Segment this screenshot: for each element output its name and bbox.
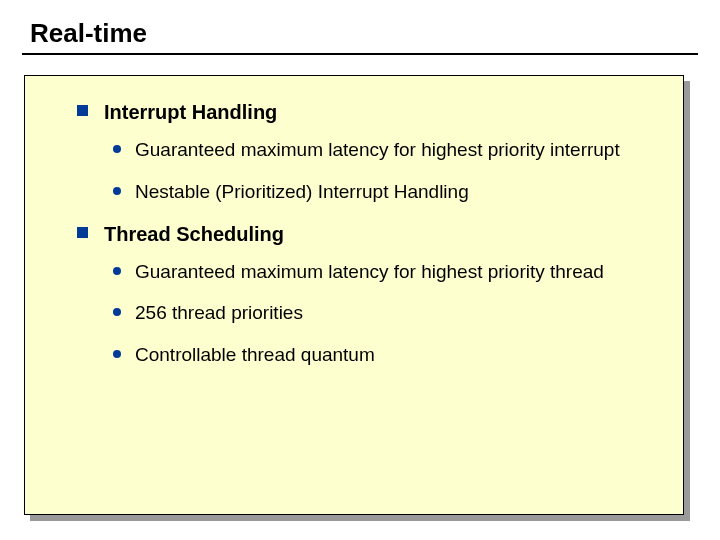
item-text: Nestable (Prioritized) Interrupt Handlin… (135, 180, 469, 204)
item-text: 256 thread priorities (135, 301, 303, 325)
section-heading-row: Thread Scheduling (77, 222, 657, 246)
list-item: 256 thread priorities (113, 301, 657, 325)
section-items: Guaranteed maximum latency for highest p… (113, 138, 657, 204)
list-item: Controllable thread quantum (113, 343, 657, 367)
title-divider (22, 53, 698, 55)
slide: Real-time Interrupt Handling Guaranteed … (0, 0, 720, 540)
content-panel-wrap: Interrupt Handling Guaranteed maximum la… (24, 75, 684, 515)
circle-bullet-icon (113, 308, 121, 316)
list-item: Nestable (Prioritized) Interrupt Handlin… (113, 180, 657, 204)
section-heading: Thread Scheduling (104, 222, 284, 246)
list-item: Guaranteed maximum latency for highest p… (113, 260, 657, 284)
list-item: Guaranteed maximum latency for highest p… (113, 138, 657, 162)
circle-bullet-icon (113, 145, 121, 153)
section-items: Guaranteed maximum latency for highest p… (113, 260, 657, 367)
item-text: Guaranteed maximum latency for highest p… (135, 138, 620, 162)
item-text: Guaranteed maximum latency for highest p… (135, 260, 604, 284)
item-text: Controllable thread quantum (135, 343, 375, 367)
circle-bullet-icon (113, 267, 121, 275)
section-heading-row: Interrupt Handling (77, 100, 657, 124)
square-bullet-icon (77, 227, 88, 238)
section-heading: Interrupt Handling (104, 100, 277, 124)
circle-bullet-icon (113, 350, 121, 358)
slide-title: Real-time (30, 18, 698, 49)
square-bullet-icon (77, 105, 88, 116)
content-panel: Interrupt Handling Guaranteed maximum la… (24, 75, 684, 515)
circle-bullet-icon (113, 187, 121, 195)
